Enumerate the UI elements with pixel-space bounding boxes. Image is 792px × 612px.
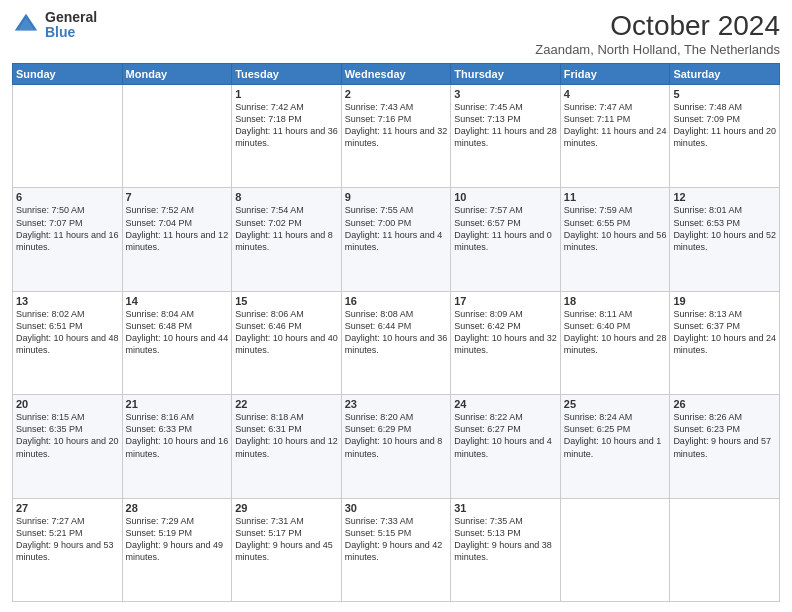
calendar-cell: 16Sunrise: 8:08 AM Sunset: 6:44 PM Dayli… (341, 291, 451, 394)
calendar-week-5: 27Sunrise: 7:27 AM Sunset: 5:21 PM Dayli… (13, 498, 780, 601)
logo: General Blue (12, 10, 97, 41)
calendar-cell: 21Sunrise: 8:16 AM Sunset: 6:33 PM Dayli… (122, 395, 232, 498)
calendar-cell: 29Sunrise: 7:31 AM Sunset: 5:17 PM Dayli… (232, 498, 342, 601)
day-info: Sunrise: 8:22 AM Sunset: 6:27 PM Dayligh… (454, 411, 557, 460)
col-tuesday: Tuesday (232, 64, 342, 85)
day-info: Sunrise: 8:20 AM Sunset: 6:29 PM Dayligh… (345, 411, 448, 460)
calendar-cell: 20Sunrise: 8:15 AM Sunset: 6:35 PM Dayli… (13, 395, 123, 498)
calendar-cell: 27Sunrise: 7:27 AM Sunset: 5:21 PM Dayli… (13, 498, 123, 601)
col-wednesday: Wednesday (341, 64, 451, 85)
col-saturday: Saturday (670, 64, 780, 85)
day-info: Sunrise: 7:50 AM Sunset: 7:07 PM Dayligh… (16, 204, 119, 253)
calendar-cell: 22Sunrise: 8:18 AM Sunset: 6:31 PM Dayli… (232, 395, 342, 498)
day-number: 5 (673, 88, 776, 100)
day-number: 25 (564, 398, 667, 410)
day-number: 1 (235, 88, 338, 100)
calendar-week-4: 20Sunrise: 8:15 AM Sunset: 6:35 PM Dayli… (13, 395, 780, 498)
day-number: 29 (235, 502, 338, 514)
day-info: Sunrise: 8:11 AM Sunset: 6:40 PM Dayligh… (564, 308, 667, 357)
calendar-cell: 5Sunrise: 7:48 AM Sunset: 7:09 PM Daylig… (670, 85, 780, 188)
calendar-cell: 24Sunrise: 8:22 AM Sunset: 6:27 PM Dayli… (451, 395, 561, 498)
day-info: Sunrise: 8:08 AM Sunset: 6:44 PM Dayligh… (345, 308, 448, 357)
day-info: Sunrise: 8:26 AM Sunset: 6:23 PM Dayligh… (673, 411, 776, 460)
calendar-week-1: 1Sunrise: 7:42 AM Sunset: 7:18 PM Daylig… (13, 85, 780, 188)
page: General Blue October 2024 Zaandam, North… (0, 0, 792, 612)
day-info: Sunrise: 8:15 AM Sunset: 6:35 PM Dayligh… (16, 411, 119, 460)
calendar-week-3: 13Sunrise: 8:02 AM Sunset: 6:51 PM Dayli… (13, 291, 780, 394)
day-number: 30 (345, 502, 448, 514)
day-number: 10 (454, 191, 557, 203)
calendar-cell: 17Sunrise: 8:09 AM Sunset: 6:42 PM Dayli… (451, 291, 561, 394)
calendar-cell: 19Sunrise: 8:13 AM Sunset: 6:37 PM Dayli… (670, 291, 780, 394)
day-number: 28 (126, 502, 229, 514)
day-info: Sunrise: 7:47 AM Sunset: 7:11 PM Dayligh… (564, 101, 667, 150)
logo-general-label: General (45, 10, 97, 25)
day-number: 23 (345, 398, 448, 410)
day-number: 24 (454, 398, 557, 410)
day-info: Sunrise: 8:18 AM Sunset: 6:31 PM Dayligh… (235, 411, 338, 460)
day-number: 20 (16, 398, 119, 410)
day-number: 8 (235, 191, 338, 203)
logo-text: General Blue (45, 10, 97, 41)
day-info: Sunrise: 8:24 AM Sunset: 6:25 PM Dayligh… (564, 411, 667, 460)
col-friday: Friday (560, 64, 670, 85)
header: General Blue October 2024 Zaandam, North… (12, 10, 780, 57)
logo-blue-label: Blue (45, 25, 97, 40)
logo-icon (12, 11, 40, 39)
day-info: Sunrise: 7:27 AM Sunset: 5:21 PM Dayligh… (16, 515, 119, 564)
calendar-cell: 3Sunrise: 7:45 AM Sunset: 7:13 PM Daylig… (451, 85, 561, 188)
day-info: Sunrise: 7:48 AM Sunset: 7:09 PM Dayligh… (673, 101, 776, 150)
day-number: 16 (345, 295, 448, 307)
day-info: Sunrise: 8:01 AM Sunset: 6:53 PM Dayligh… (673, 204, 776, 253)
calendar-cell: 30Sunrise: 7:33 AM Sunset: 5:15 PM Dayli… (341, 498, 451, 601)
day-number: 31 (454, 502, 557, 514)
calendar-cell (670, 498, 780, 601)
calendar-cell: 2Sunrise: 7:43 AM Sunset: 7:16 PM Daylig… (341, 85, 451, 188)
calendar-cell: 9Sunrise: 7:55 AM Sunset: 7:00 PM Daylig… (341, 188, 451, 291)
day-info: Sunrise: 7:54 AM Sunset: 7:02 PM Dayligh… (235, 204, 338, 253)
calendar-cell: 28Sunrise: 7:29 AM Sunset: 5:19 PM Dayli… (122, 498, 232, 601)
day-info: Sunrise: 8:02 AM Sunset: 6:51 PM Dayligh… (16, 308, 119, 357)
calendar-cell: 15Sunrise: 8:06 AM Sunset: 6:46 PM Dayli… (232, 291, 342, 394)
day-number: 11 (564, 191, 667, 203)
day-info: Sunrise: 7:29 AM Sunset: 5:19 PM Dayligh… (126, 515, 229, 564)
day-info: Sunrise: 7:59 AM Sunset: 6:55 PM Dayligh… (564, 204, 667, 253)
day-info: Sunrise: 7:35 AM Sunset: 5:13 PM Dayligh… (454, 515, 557, 564)
day-number: 7 (126, 191, 229, 203)
day-info: Sunrise: 7:45 AM Sunset: 7:13 PM Dayligh… (454, 101, 557, 150)
day-number: 12 (673, 191, 776, 203)
calendar-cell: 8Sunrise: 7:54 AM Sunset: 7:02 PM Daylig… (232, 188, 342, 291)
day-number: 21 (126, 398, 229, 410)
calendar-cell (13, 85, 123, 188)
calendar-cell: 13Sunrise: 8:02 AM Sunset: 6:51 PM Dayli… (13, 291, 123, 394)
day-number: 13 (16, 295, 119, 307)
day-number: 15 (235, 295, 338, 307)
day-info: Sunrise: 7:42 AM Sunset: 7:18 PM Dayligh… (235, 101, 338, 150)
day-number: 3 (454, 88, 557, 100)
day-info: Sunrise: 8:16 AM Sunset: 6:33 PM Dayligh… (126, 411, 229, 460)
calendar-cell (122, 85, 232, 188)
day-number: 6 (16, 191, 119, 203)
calendar-cell: 10Sunrise: 7:57 AM Sunset: 6:57 PM Dayli… (451, 188, 561, 291)
day-number: 2 (345, 88, 448, 100)
day-info: Sunrise: 7:55 AM Sunset: 7:00 PM Dayligh… (345, 204, 448, 253)
day-info: Sunrise: 7:31 AM Sunset: 5:17 PM Dayligh… (235, 515, 338, 564)
calendar-cell: 14Sunrise: 8:04 AM Sunset: 6:48 PM Dayli… (122, 291, 232, 394)
calendar-cell: 6Sunrise: 7:50 AM Sunset: 7:07 PM Daylig… (13, 188, 123, 291)
day-number: 27 (16, 502, 119, 514)
day-info: Sunrise: 7:52 AM Sunset: 7:04 PM Dayligh… (126, 204, 229, 253)
calendar-cell: 25Sunrise: 8:24 AM Sunset: 6:25 PM Dayli… (560, 395, 670, 498)
calendar-cell: 23Sunrise: 8:20 AM Sunset: 6:29 PM Dayli… (341, 395, 451, 498)
day-info: Sunrise: 8:04 AM Sunset: 6:48 PM Dayligh… (126, 308, 229, 357)
month-title: October 2024 (535, 10, 780, 42)
calendar-table: Sunday Monday Tuesday Wednesday Thursday… (12, 63, 780, 602)
calendar-cell: 1Sunrise: 7:42 AM Sunset: 7:18 PM Daylig… (232, 85, 342, 188)
day-number: 4 (564, 88, 667, 100)
day-info: Sunrise: 8:13 AM Sunset: 6:37 PM Dayligh… (673, 308, 776, 357)
day-number: 9 (345, 191, 448, 203)
calendar-header-row: Sunday Monday Tuesday Wednesday Thursday… (13, 64, 780, 85)
col-sunday: Sunday (13, 64, 123, 85)
calendar-week-2: 6Sunrise: 7:50 AM Sunset: 7:07 PM Daylig… (13, 188, 780, 291)
title-block: October 2024 Zaandam, North Holland, The… (535, 10, 780, 57)
day-info: Sunrise: 7:57 AM Sunset: 6:57 PM Dayligh… (454, 204, 557, 253)
